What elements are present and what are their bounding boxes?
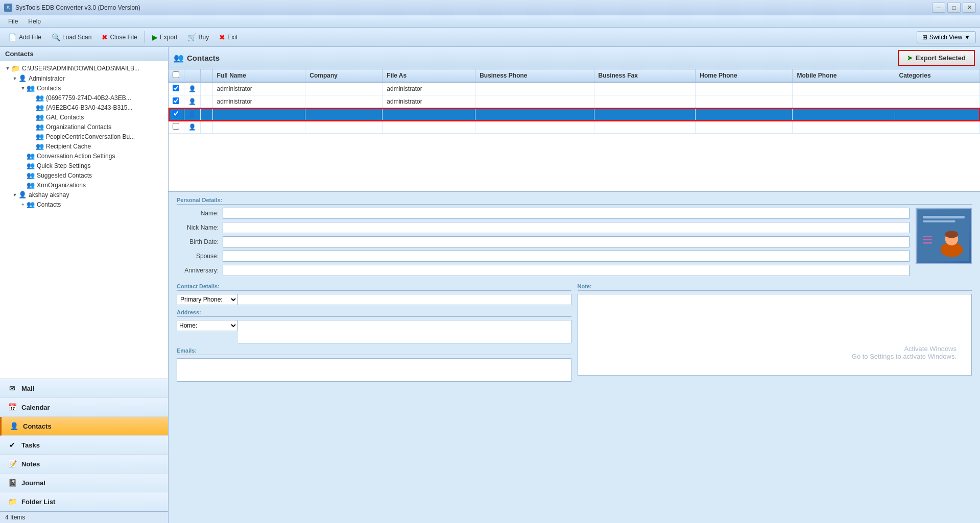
row-checkbox[interactable]	[169, 108, 184, 121]
tree-node-label: {06967759-274D-40B2-A3EB...	[46, 94, 131, 102]
tree-node-label: Quick Step Settings	[37, 162, 90, 169]
export-selected-button[interactable]: ➤ Export Selected	[898, 50, 975, 66]
row-select-checkbox[interactable]	[173, 110, 179, 117]
tree-node-recipient[interactable]: 👥 Recipient Cache	[0, 141, 168, 151]
tab-contacts[interactable]: 👤 Contacts	[0, 417, 168, 436]
row-mobilephone	[793, 121, 895, 134]
col-fileas[interactable]: File As	[383, 69, 475, 82]
tree-node-quick-step[interactable]: 👥 Quick Step Settings	[0, 161, 168, 170]
col-company[interactable]: Company	[305, 69, 383, 82]
close-file-icon: ✖	[102, 33, 108, 41]
row-select-checkbox[interactable]	[173, 85, 179, 91]
row-checkbox[interactable]	[169, 82, 184, 95]
switch-view-icon: ⊞	[922, 34, 927, 41]
maximize-button[interactable]: □	[947, 3, 961, 13]
tab-tasks-label: Tasks	[21, 441, 40, 449]
tree-node-guid2[interactable]: 👥 {A9E2BC46-B3A0-4243-B315...	[0, 103, 168, 112]
nickname-input[interactable]	[223, 222, 910, 233]
table-row-selected[interactable]: 👤	[169, 108, 980, 121]
tab-folder-list[interactable]: 📁 Folder List	[0, 492, 168, 511]
close-button[interactable]: ✕	[963, 3, 976, 13]
row-select-checkbox[interactable]	[173, 123, 179, 130]
birthdate-input[interactable]	[223, 236, 910, 247]
table-row[interactable]: 👤 administrator administrator	[169, 82, 980, 95]
row-checkbox[interactable]	[169, 95, 184, 108]
name-input[interactable]	[223, 208, 910, 219]
address-input[interactable]	[238, 320, 571, 343]
load-scan-button[interactable]: 🔍 Load Scan	[47, 31, 95, 43]
svg-rect-1	[923, 216, 965, 218]
col-fullname[interactable]: Full Name	[212, 69, 305, 82]
akshay-contacts-icon: 👥	[27, 201, 35, 208]
table-area[interactable]: Full Name Company File As Business Phone…	[169, 69, 980, 192]
title-bar-controls: ─ □ ✕	[932, 3, 976, 13]
row-homephone	[696, 82, 793, 95]
tree-node-gal[interactable]: 👥 GAL Contacts	[0, 112, 168, 122]
close-file-button[interactable]: ✖ Close File	[98, 31, 141, 43]
personal-fields: Name: Nick Name: Birth Date: Spouse	[177, 208, 910, 279]
table-row[interactable]: 👤	[169, 121, 980, 134]
tab-calendar[interactable]: 📅 Calendar	[0, 398, 168, 417]
exit-button[interactable]: ✖ Exit	[215, 31, 242, 43]
anniversary-input[interactable]	[223, 265, 910, 276]
tree-area[interactable]: ▼ 📁 C:\USERS\ADMIN\DOWNLOADS\MAILB... ▼ …	[0, 61, 168, 379]
row-checkbox[interactable]	[169, 121, 184, 134]
buy-button[interactable]: 🛒 Buy	[183, 31, 213, 43]
row-select-checkbox[interactable]	[173, 97, 179, 104]
row-mobilephone	[793, 108, 895, 121]
col-bizphone[interactable]: Business Phone	[475, 69, 594, 82]
select-all-checkbox[interactable]	[173, 71, 179, 78]
col-mobilephone[interactable]: Mobile Phone	[793, 69, 895, 82]
tab-notes[interactable]: 📝 Notes	[0, 455, 168, 474]
tree-node-contacts[interactable]: ▼ 👥 Contacts	[0, 83, 168, 93]
tree-node-suggested[interactable]: 👥 Suggested Contacts	[0, 170, 168, 180]
toolbar: 📄 Add File 🔍 Load Scan ✖ Close File ▶ Ex…	[0, 28, 980, 47]
spouse-input[interactable]	[223, 251, 910, 262]
row-categories	[895, 95, 979, 108]
content-title-text: Contacts	[187, 54, 220, 62]
expand-icon[interactable]: ▼	[19, 85, 27, 92]
birthdate-field-row: Birth Date:	[177, 236, 910, 247]
primary-phone-input[interactable]	[238, 294, 571, 305]
add-file-button[interactable]: 📄 Add File	[4, 31, 45, 43]
expand-spacer	[29, 94, 36, 102]
tree-node-root[interactable]: ▼ 📁 C:\USERS\ADMIN\DOWNLOADS\MAILB...	[0, 63, 168, 73]
expand-icon-akshay-contacts[interactable]: +	[19, 201, 27, 208]
table-row[interactable]: 👤 administrator administrator	[169, 95, 980, 108]
col-categories[interactable]: Categories	[895, 69, 979, 82]
tab-mail[interactable]: ✉ Mail	[0, 379, 168, 398]
tab-folder-list-label: Folder List	[21, 498, 55, 506]
tree-node-guid1[interactable]: 👥 {06967759-274D-40B2-A3EB...	[0, 93, 168, 103]
col-icon1	[184, 69, 200, 82]
menu-help[interactable]: Help	[23, 17, 46, 26]
table-header-row: Full Name Company File As Business Phone…	[169, 69, 980, 82]
col-bizfax[interactable]: Business Fax	[594, 69, 696, 82]
export-button[interactable]: ▶ Export	[148, 31, 182, 43]
minimize-button[interactable]: ─	[932, 3, 945, 13]
tree-node-admin[interactable]: ▼ 👤 Administrator	[0, 73, 168, 83]
tree-node-label: C:\USERS\ADMIN\DOWNLOADS\MAILB...	[22, 65, 139, 72]
tree-node-akshay[interactable]: ▼ 👤 akshay akshay	[0, 190, 168, 200]
expand-icon[interactable]: ▼	[4, 65, 11, 72]
emails-textarea[interactable]	[177, 358, 571, 382]
tree-node-label: akshay akshay	[29, 191, 69, 198]
tree-node-akshay-contacts[interactable]: + 👥 Contacts	[0, 200, 168, 209]
address-type-select[interactable]: Home: Work Other	[177, 320, 238, 331]
switch-view-button[interactable]: ⊞ Switch View ▼	[917, 31, 976, 43]
tab-tasks[interactable]: ✔ Tasks	[0, 436, 168, 455]
primary-phone-select[interactable]: Primary Phone: Home Work Mobile	[177, 294, 238, 305]
tab-journal[interactable]: 📓 Journal	[0, 474, 168, 492]
row-icon1: 👤	[184, 108, 200, 121]
expand-icon-akshay[interactable]: ▼	[11, 191, 18, 198]
tree-node-label: PeopleCentricConversation Bu...	[46, 133, 135, 140]
tree-node-people[interactable]: 👥 PeopleCentricConversation Bu...	[0, 132, 168, 141]
col-homephone[interactable]: Home Phone	[696, 69, 793, 82]
menu-file[interactable]: File	[3, 17, 23, 26]
tree-node-conv-action[interactable]: 👥 Conversation Action Settings	[0, 151, 168, 161]
row-homephone	[696, 121, 793, 134]
expand-icon[interactable]: ▼	[11, 75, 18, 82]
tree-node-org-contacts[interactable]: 👥 Organizational Contacts	[0, 122, 168, 132]
row-icon1: 👤	[184, 82, 200, 95]
switch-view-label: Switch View	[929, 34, 962, 41]
tree-node-xrm[interactable]: 👥 XrmOrganizations	[0, 180, 168, 190]
